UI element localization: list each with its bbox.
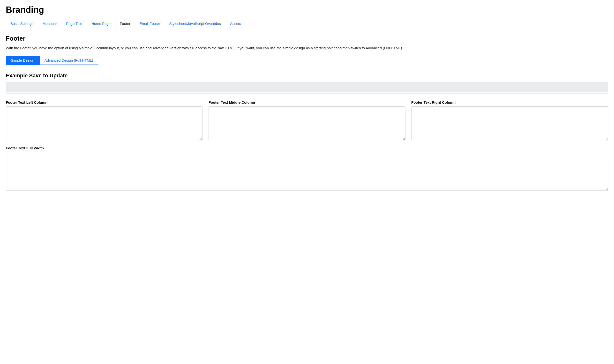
simple-design-button[interactable]: Simple Design bbox=[6, 56, 40, 65]
full-width-label: Footer Text Full Width bbox=[6, 146, 608, 150]
full-width-group: Footer Text Full Width bbox=[6, 146, 608, 191]
advanced-design-button[interactable]: Advanced Design (Full HTML) bbox=[40, 56, 98, 65]
footer-section-title: Footer bbox=[6, 35, 608, 42]
preview-divider bbox=[6, 93, 608, 93]
footer-description: With the Footer, you have the option of … bbox=[6, 45, 608, 51]
tab-page-title[interactable]: Page Title bbox=[61, 19, 87, 28]
tab-email-footer[interactable]: Email Footer bbox=[135, 19, 165, 28]
right-column-group: Footer Text Right Column bbox=[411, 100, 608, 140]
footer-preview-bar bbox=[6, 82, 608, 92]
tabs-nav: Basic Settings Menubar Page Title Home P… bbox=[6, 19, 608, 28]
right-column-label: Footer Text Right Column bbox=[411, 100, 608, 104]
page-title: Branding bbox=[6, 5, 608, 15]
tab-stylesheet-js[interactable]: Stylesheet/JavaScript Overrides bbox=[165, 19, 225, 28]
footer-section: Footer With the Footer, you have the opt… bbox=[6, 35, 608, 191]
middle-column-group: Footer Text Middle Column bbox=[208, 100, 406, 140]
tab-footer[interactable]: Footer bbox=[115, 19, 135, 28]
tab-assets[interactable]: Assets bbox=[225, 19, 246, 28]
tab-menubar[interactable]: Menubar bbox=[38, 19, 61, 28]
tab-home-page[interactable]: Home Page bbox=[87, 19, 115, 28]
example-save-title: Example Save to Update bbox=[6, 73, 608, 79]
full-width-textarea[interactable] bbox=[6, 152, 608, 191]
left-column-label: Footer Text Left Column bbox=[6, 100, 203, 104]
left-column-textarea[interactable] bbox=[6, 106, 203, 140]
tab-basic-settings[interactable]: Basic Settings bbox=[6, 19, 38, 28]
left-column-group: Footer Text Left Column bbox=[6, 100, 203, 140]
right-column-textarea[interactable] bbox=[411, 106, 608, 140]
middle-column-label: Footer Text Middle Column bbox=[208, 100, 406, 104]
design-toggle-group: Simple Design Advanced Design (Full HTML… bbox=[6, 56, 608, 65]
middle-column-textarea[interactable] bbox=[208, 106, 406, 140]
footer-columns: Footer Text Left Column Footer Text Midd… bbox=[6, 100, 608, 140]
